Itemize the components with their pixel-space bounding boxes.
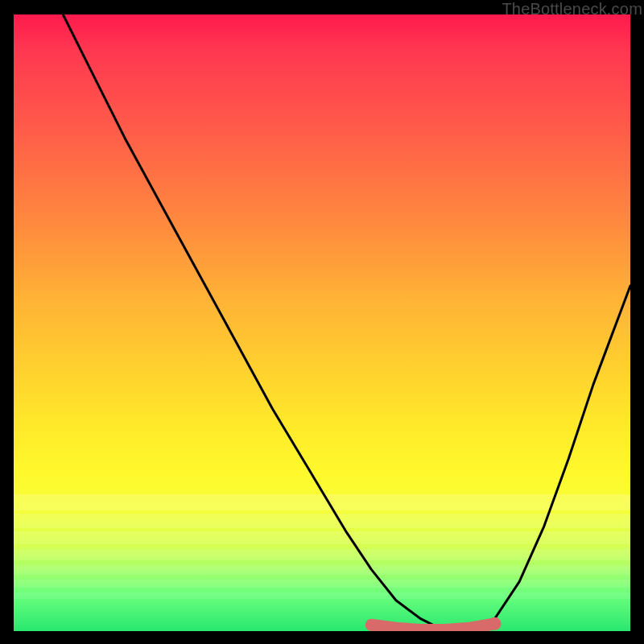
highlight-end-dot	[489, 617, 502, 630]
highlight-path	[371, 624, 494, 630]
curve-path	[63, 14, 630, 631]
chart-svg	[14, 14, 630, 631]
chart-area	[14, 14, 630, 631]
